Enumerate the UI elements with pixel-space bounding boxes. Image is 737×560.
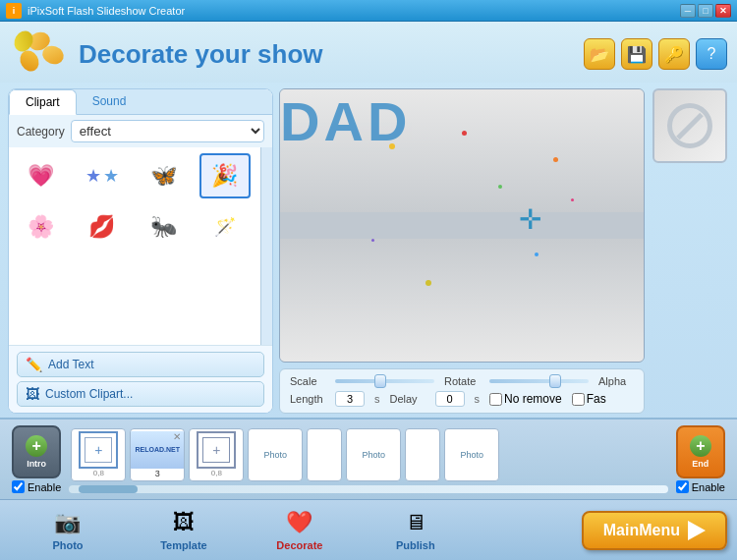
open-button[interactable]: 📂 [584, 38, 615, 70]
rotate-thumb[interactable] [549, 374, 561, 388]
scale-thumb[interactable] [374, 374, 386, 388]
window-controls: ─ □ ✕ [680, 4, 731, 18]
length-unit: s [374, 393, 380, 405]
tab-clipart[interactable]: Clipart [9, 89, 77, 115]
length-input[interactable] [335, 391, 365, 407]
nav-decorate[interactable]: ❤️ Decorate [242, 505, 358, 555]
publish-nav-icon: 🖥 [400, 509, 431, 536]
cell-number: 3 [155, 469, 160, 478]
fast-checkbox[interactable] [572, 393, 585, 406]
film-cell-thumb2[interactable]: + 0,8 [189, 428, 244, 481]
clipart-item-5[interactable]: 🌸 [15, 204, 66, 250]
app-icon: i [6, 3, 22, 19]
category-select[interactable]: effect nature animals shapes [71, 120, 264, 142]
tab-sound[interactable]: Sound [77, 89, 142, 114]
film-cell-intro-thumb[interactable]: + 0,8 [71, 428, 126, 481]
end-button[interactable]: + End [676, 425, 725, 478]
add-text-button[interactable]: ✏️ Add Text [17, 352, 264, 377]
key-button[interactable]: 🔑 [658, 38, 690, 70]
right-panel [651, 88, 729, 414]
clipart-item-6[interactable]: 💋 [77, 204, 128, 250]
nav-publish-label: Publish [396, 539, 435, 551]
center-panel: DAD ✛ Scale [279, 88, 645, 414]
main-menu-label: MainMenu [603, 522, 680, 539]
no-remove-container: No remove [489, 392, 562, 406]
clipart-item-8[interactable]: 🪄 [199, 204, 251, 250]
nav-decorate-label: Decorate [276, 539, 322, 551]
fast-container: Fas [572, 392, 606, 406]
category-label: Category [17, 125, 65, 139]
scale-slider[interactable] [335, 379, 434, 383]
clipart-scrollbar[interactable] [260, 147, 272, 345]
clipart-item-7[interactable]: 🐜 [138, 204, 189, 250]
custom-clipart-button[interactable]: 🖼 Custom Clipart... [17, 381, 264, 407]
intro-enable-row: Enable [8, 478, 65, 495]
no-remove-checkbox[interactable] [489, 393, 502, 406]
content-area: Clipart Sound Category effect nature ani… [0, 83, 737, 418]
alpha-label: Alpha [598, 375, 634, 387]
intro-enable-checkbox[interactable] [12, 480, 25, 493]
main-menu-button[interactable]: MainMenu [582, 511, 727, 550]
film-cell-small1[interactable] [307, 428, 342, 481]
pencil-icon: ✏️ [26, 357, 42, 372]
decorate-nav-icon: ❤️ [284, 509, 315, 536]
photo-nav-icon: 📷 [52, 509, 84, 536]
add-text-label: Add Text [48, 358, 93, 371]
maximize-button[interactable]: □ [698, 4, 713, 18]
film-track: + 0,8 RELOAD.NET ✕ 3 [69, 428, 667, 481]
fast-label: Fas [587, 392, 606, 406]
nav-template[interactable]: 🖼 Template [126, 505, 242, 555]
scrollbar-thumb[interactable] [79, 485, 138, 493]
film-scroll: + 0,8 RELOAD.NET ✕ 3 [69, 428, 667, 493]
nav-publish[interactable]: 🖥 Publish [358, 505, 474, 555]
template-nav-icon: 🖼 [168, 509, 199, 536]
custom-clipart-label: Custom Clipart... [45, 387, 133, 401]
photo3-label: Photo [461, 448, 484, 462]
clipart-grid: 💗 ★ ★ 🦋 🎉 🌸 💋 🐜 🪄 [9, 147, 260, 345]
film-cell-small2[interactable] [405, 428, 440, 481]
intro-button[interactable]: + Intro [12, 425, 61, 478]
help-button[interactable]: ? [696, 38, 727, 70]
clipart-item-3[interactable]: 🦋 [138, 153, 189, 198]
intro-label: Intro [27, 459, 46, 469]
film-cell-photo1[interactable]: Photo [248, 428, 303, 481]
intro-thumb-val: 0,8 [93, 469, 104, 477]
clipart-item-1[interactable]: 💗 [15, 153, 66, 198]
filmstrip-scrollbar[interactable] [69, 485, 667, 493]
preview-area: DAD ✛ [279, 88, 645, 363]
bottom-buttons: ✏️ Add Text 🖼 Custom Clipart... [9, 345, 272, 413]
clipart-item-4[interactable]: 🎉 [199, 153, 251, 198]
thumb2-val: 0,8 [211, 469, 222, 477]
thumb2: + [197, 431, 236, 469]
delay-input[interactable] [435, 391, 465, 407]
film-cell-reload[interactable]: RELOAD.NET ✕ 3 [130, 428, 185, 481]
play-arrow-icon [688, 521, 706, 540]
left-panel: Clipart Sound Category effect nature ani… [8, 88, 273, 414]
rotate-label: Rotate [444, 375, 480, 387]
film-cell-photo3[interactable]: Photo [444, 428, 499, 481]
rotate-slider[interactable] [489, 379, 589, 383]
cell-close-icon[interactable]: ✕ [173, 431, 181, 442]
end-enable-row: Enable [672, 478, 729, 495]
preview-particles [280, 89, 644, 362]
end-plus-icon: + [690, 435, 711, 457]
clipart-item-2[interactable]: ★ ★ [77, 153, 128, 198]
film-cell-photo2[interactable]: Photo [346, 428, 401, 481]
photo1-label: Photo [264, 448, 288, 462]
no-entry-icon [667, 103, 712, 148]
filmstrip-inner: + Intro Enable + [8, 425, 729, 495]
title-bar: i iPixSoft Flash Slideshow Creator ─ □ ✕ [0, 0, 737, 22]
end-label: End [692, 459, 709, 469]
end-enable-checkbox[interactable] [676, 480, 689, 493]
tab-bar: Clipart Sound [9, 89, 272, 115]
save-button[interactable]: 💾 [621, 38, 652, 70]
intro-enable-label: Enable [28, 481, 61, 493]
header: Decorate your show 📂 💾 🔑 ? [0, 22, 737, 83]
minimize-button[interactable]: ─ [680, 4, 696, 18]
end-enable-label: Enable [692, 481, 725, 493]
filmstrip-area: + Intro Enable + [0, 418, 737, 499]
scale-label: Scale [290, 375, 325, 387]
scale-rotate-row: Scale Rotate Alpha [290, 375, 634, 387]
nav-photo[interactable]: 📷 Photo [10, 505, 126, 555]
close-button[interactable]: ✕ [715, 4, 731, 18]
